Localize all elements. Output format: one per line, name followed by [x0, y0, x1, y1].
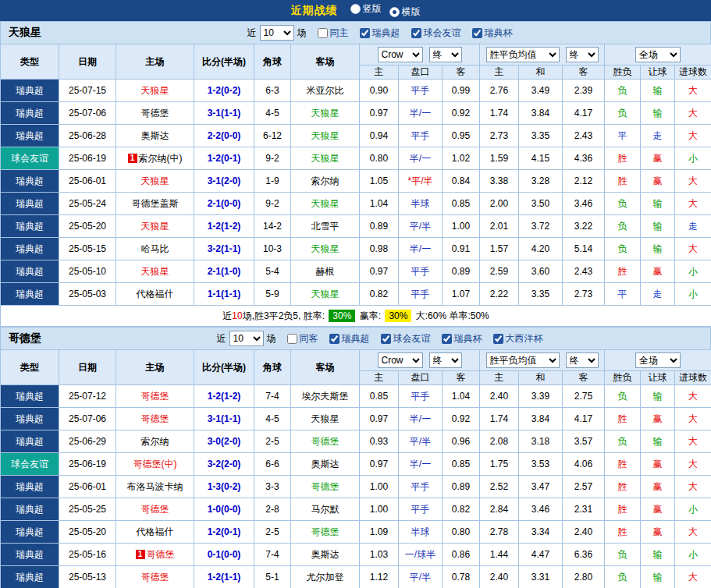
away-team-name[interactable]: 尤尔加登: [307, 572, 344, 583]
home-team-name[interactable]: 哥德堡: [147, 549, 175, 560]
europe-away-odds-cell: 2.73: [563, 283, 605, 306]
home-team-name[interactable]: 代格福什: [137, 289, 174, 299]
corner-cell: 2-5: [254, 430, 291, 453]
asian-handicap-cell: 平手: [399, 476, 443, 498]
away-team-name[interactable]: 天狼星: [311, 413, 340, 424]
away-team-name[interactable]: 天狼星: [311, 153, 340, 164]
checkbox-input[interactable]: [411, 28, 421, 38]
layout-option-label: 竖版: [363, 2, 382, 16]
filter-checkbox[interactable]: 球会友谊: [411, 27, 461, 40]
asian-home-odds-cell: 0.97: [360, 408, 399, 430]
filter-checkbox[interactable]: 瑞典超: [329, 332, 370, 345]
home-team-name[interactable]: 哥德堡: [141, 391, 169, 402]
sub-column-header: 让球: [641, 66, 675, 80]
home-team-name[interactable]: 哥德堡盖斯: [132, 198, 179, 209]
scope-select[interactable]: 全场: [635, 352, 681, 368]
result-scope-header: 全场: [605, 44, 711, 66]
checkbox-input[interactable]: [360, 28, 370, 38]
away-team-name[interactable]: 埃尔夫斯堡: [302, 391, 349, 402]
europe-home-odds-cell: 2.40: [480, 385, 519, 408]
checkbox-input[interactable]: [287, 334, 297, 344]
away-team-name[interactable]: 马尔默: [311, 504, 340, 515]
asian-handicap-cell: 半球: [399, 193, 443, 215]
europe-time-select[interactable]: 终: [566, 352, 599, 368]
result-wdl-cell: 胜: [605, 408, 641, 430]
filter-checkbox[interactable]: 瑞典超: [360, 27, 400, 40]
home-team-name[interactable]: 天狼星: [141, 221, 169, 232]
match-row: 瑞典超25-05-03代格福什1-1(1-1)5-9天狼星0.82平手1.072…: [1, 283, 711, 306]
away-team-name[interactable]: 索尔纳: [311, 175, 340, 186]
asian-handicap-cell: 半/一: [399, 453, 443, 476]
europe-home-odds-cell: 2.01: [480, 215, 519, 238]
away-team-name[interactable]: 奥斯达: [311, 549, 340, 560]
home-team-name[interactable]: 哈马比: [141, 243, 169, 254]
result-handicap-cell: 赢: [641, 498, 675, 521]
home-team-name[interactable]: 代格福什: [137, 526, 174, 537]
filter-checkbox[interactable]: 球会友谊: [381, 332, 431, 345]
home-team-name[interactable]: 天狼星: [141, 266, 169, 277]
checkbox-input[interactable]: [329, 334, 340, 344]
home-team-name[interactable]: 天狼星: [141, 175, 169, 186]
away-team-name[interactable]: 奥斯达: [311, 459, 340, 469]
away-team-name[interactable]: 哥德堡: [311, 436, 340, 447]
away-team-name[interactable]: 天狼星: [311, 289, 340, 299]
filter-checkbox[interactable]: 同主: [318, 27, 349, 40]
europe-time-select[interactable]: 终: [566, 47, 599, 62]
layout-option[interactable]: 横版: [389, 5, 421, 19]
scope-select[interactable]: 全场: [635, 47, 681, 62]
home-team-name[interactable]: 哥德堡: [141, 572, 169, 583]
checkbox-input[interactable]: [442, 334, 452, 344]
europe-odds-select[interactable]: 胜平负均值: [486, 47, 560, 62]
sub-column-header: 主: [480, 371, 519, 385]
league-cell: 瑞典超: [1, 430, 59, 453]
bookmaker-select[interactable]: Crow: [378, 352, 423, 368]
sub-column-header: 进球数: [675, 371, 711, 385]
filter-checkbox[interactable]: 大西洋杯: [493, 332, 543, 345]
away-team-cell: 哥德堡: [291, 476, 360, 498]
filter-checkbox[interactable]: 同客: [287, 332, 318, 345]
checkbox-input[interactable]: [472, 28, 482, 38]
date-cell: 25-05-16: [59, 544, 116, 566]
match-count-select[interactable]: 10: [260, 25, 294, 41]
away-team-name[interactable]: 天狼星: [311, 243, 340, 254]
home-team-name[interactable]: 哥德堡: [141, 108, 169, 119]
checkbox-input[interactable]: [381, 334, 391, 344]
home-team-name[interactable]: 奥斯达: [141, 130, 169, 141]
asian-time-select[interactable]: 终: [429, 352, 462, 368]
home-team-name[interactable]: 索尔纳: [141, 436, 169, 447]
home-team-name[interactable]: 哥德堡: [141, 413, 169, 424]
date-cell: 25-05-24: [59, 193, 116, 215]
home-team-name[interactable]: 哥德堡(中): [133, 459, 177, 469]
filter-checkbox[interactable]: 瑞典杯: [472, 27, 513, 40]
away-team-name[interactable]: 天狼星: [311, 108, 340, 119]
away-team-name[interactable]: 天狼星: [311, 130, 340, 141]
home-team-name[interactable]: 布洛马波卡纳: [127, 481, 183, 492]
team-section-header: 天狼星近10场同主瑞典超球会友谊瑞典杯: [0, 21, 711, 44]
europe-draw-odds-cell: 3.35: [519, 283, 563, 306]
filter-checkbox[interactable]: 瑞典杯: [442, 332, 482, 345]
filter-label: 瑞典超: [372, 27, 400, 40]
europe-home-odds-cell: 2.59: [480, 260, 519, 283]
filter-label: 球会友谊: [393, 332, 431, 345]
europe-draw-odds-cell: 4.20: [519, 238, 563, 260]
europe-away-odds-cell: 4.17: [563, 408, 605, 430]
home-team-name[interactable]: 哥德堡: [141, 504, 169, 515]
bookmaker-select[interactable]: Crow: [378, 47, 423, 62]
home-team-name[interactable]: 索尔纳(中): [139, 153, 183, 164]
checkbox-input[interactable]: [318, 28, 328, 38]
europe-draw-odds-cell: 3.28: [519, 170, 563, 193]
away-team-name[interactable]: 天狼星: [311, 198, 340, 209]
asian-time-select[interactable]: 终: [429, 47, 462, 62]
away-team-name[interactable]: 哥德堡: [311, 481, 340, 492]
europe-odds-select[interactable]: 胜平负均值: [486, 352, 560, 368]
checkbox-input[interactable]: [493, 334, 503, 344]
away-team-name[interactable]: 赫根: [316, 266, 335, 277]
away-team-name[interactable]: 哥德堡: [311, 526, 340, 537]
europe-draw-odds-cell: 3.31: [519, 566, 563, 588]
match-count-select[interactable]: 10: [229, 331, 264, 346]
home-team-name[interactable]: 天狼星: [141, 85, 169, 96]
away-team-name[interactable]: 北雪平: [311, 221, 340, 232]
corner-cell: 9-2: [254, 147, 291, 170]
layout-option[interactable]: 竖版: [350, 2, 382, 16]
away-team-name[interactable]: 米亚尔比: [307, 85, 344, 96]
